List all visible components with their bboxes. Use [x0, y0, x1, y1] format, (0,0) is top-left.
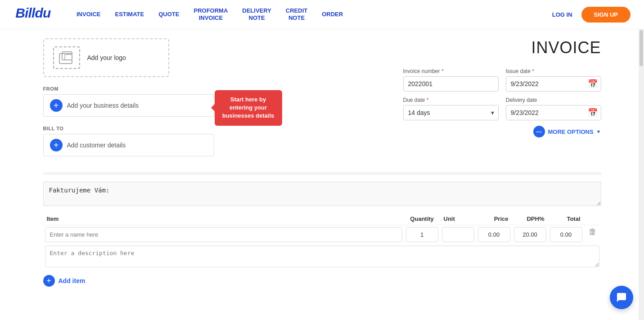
- invoice-number-label: Invoice number *: [403, 68, 499, 74]
- nav-links: INVOICE ESTIMATE QUOTE PROFORMAINVOICE D…: [77, 7, 552, 21]
- bill-to-label: BILL TO: [43, 126, 385, 131]
- item-delete-cell: 🗑: [584, 225, 601, 244]
- add-customer-row[interactable]: + Add customer details: [43, 134, 214, 156]
- more-options-icon: ⋯: [533, 126, 545, 137]
- col-dph: DPH%: [512, 213, 548, 225]
- col-price: Price: [476, 213, 512, 225]
- nav-invoice[interactable]: INVOICE: [77, 11, 100, 18]
- delivery-date-label: Delivery date: [506, 97, 601, 103]
- nav-quote[interactable]: QUOTE: [158, 11, 179, 18]
- issue-date-input[interactable]: [506, 76, 601, 91]
- nav-proforma-invoice[interactable]: PROFORMAINVOICE: [194, 7, 228, 21]
- due-date-label: Due date *: [403, 97, 499, 103]
- nav-delivery-note[interactable]: DELIVERYNOTE: [242, 7, 271, 21]
- table-row: 🗑: [43, 225, 601, 244]
- item-total-input[interactable]: [550, 227, 582, 242]
- item-quantity-cell: [404, 225, 440, 244]
- left-panel: Add your logo FROM + Add your business d…: [43, 38, 403, 156]
- item-price-cell: [476, 225, 512, 244]
- col-total: Total: [548, 213, 584, 225]
- nav-credit-note[interactable]: CREDITNOTE: [286, 7, 307, 21]
- item-unit-cell: [440, 225, 476, 244]
- more-options-label: MORE OPTIONS: [548, 128, 593, 135]
- add-customer-plus[interactable]: +: [50, 139, 63, 151]
- item-dph-cell: [512, 225, 548, 244]
- item-unit-input[interactable]: [442, 227, 474, 242]
- nav-estimate[interactable]: ESTIMATE: [115, 11, 144, 18]
- svg-rect-2: [62, 52, 72, 60]
- item-dph-input[interactable]: [514, 227, 546, 242]
- item-name-cell: [43, 225, 404, 244]
- logo[interactable]: Billdu: [14, 3, 59, 26]
- svg-rect-3: [65, 55, 72, 60]
- item-name-input[interactable]: [45, 227, 402, 242]
- svg-rect-1: [59, 54, 72, 64]
- add-item-plus[interactable]: +: [43, 275, 55, 287]
- memo-textarea[interactable]: Fakturujeme Vám:: [43, 182, 601, 206]
- due-date-select[interactable]: 14 days 7 days 30 days Custom: [403, 105, 499, 120]
- login-link[interactable]: LOG IN: [552, 11, 572, 18]
- tooltip-bubble: Start here by entering your businesses d…: [215, 90, 282, 126]
- more-options-row[interactable]: ⋯ MORE OPTIONS ▼: [403, 126, 601, 137]
- scrollbar-thumb[interactable]: [639, 30, 643, 66]
- item-total-cell: [548, 225, 584, 244]
- invoice-fields-grid: Invoice number * Issue date * 📅: [403, 68, 601, 120]
- divider-2: [43, 174, 601, 174]
- nav-right: LOG IN SIGN UP: [552, 7, 630, 23]
- items-table: Item Quantity Unit Price DPH% Total: [43, 213, 601, 270]
- issue-date-group: Issue date * 📅: [506, 68, 601, 91]
- item-quantity-input[interactable]: [406, 227, 438, 242]
- add-customer-text: Add customer details: [67, 142, 126, 149]
- col-actions: [584, 213, 601, 225]
- nav-order[interactable]: ORDER: [322, 11, 343, 18]
- delivery-date-group: Delivery date 📅: [506, 97, 601, 120]
- item-desc-textarea[interactable]: [45, 246, 599, 267]
- logo-upload-text: Add your logo: [87, 54, 126, 61]
- due-date-group: Due date * 14 days 7 days 30 days Custom: [403, 97, 499, 120]
- delivery-date-input[interactable]: [506, 105, 601, 120]
- invoice-number-group: Invoice number *: [403, 68, 499, 91]
- from-label: FROM: [43, 86, 385, 91]
- main-content: Add your logo FROM + Add your business d…: [30, 29, 615, 165]
- add-business-text: Add your business details: [67, 102, 139, 109]
- add-business-row[interactable]: + Add your business details Start here b…: [43, 94, 214, 117]
- item-desc-cell: [43, 244, 601, 270]
- col-item: Item: [43, 213, 404, 225]
- add-item-label: Add item: [59, 277, 86, 284]
- logo-upload-area[interactable]: Add your logo: [43, 38, 169, 77]
- issue-date-wrap: 📅: [506, 76, 601, 91]
- col-unit: Unit: [440, 213, 476, 225]
- delete-icon[interactable]: 🗑: [586, 224, 599, 239]
- invoice-number-input[interactable]: [403, 76, 499, 91]
- due-date-select-wrap: 14 days 7 days 30 days Custom: [403, 105, 499, 120]
- logo-upload-icon: [53, 46, 80, 69]
- issue-date-label: Issue date *: [506, 68, 601, 74]
- add-item-row[interactable]: + Add item: [43, 275, 601, 287]
- delivery-date-wrap: 📅: [506, 105, 601, 120]
- add-business-plus[interactable]: +: [50, 99, 63, 112]
- more-options-chevron: ▼: [596, 129, 601, 134]
- memo-section: Fakturujeme Vám:: [43, 182, 601, 207]
- divider-1: [43, 173, 601, 173]
- svg-text:Billdu: Billdu: [15, 5, 51, 20]
- right-panel: INVOICE Invoice number * Issue date * 📅: [403, 38, 601, 156]
- col-quantity: Quantity: [404, 213, 440, 225]
- navbar: Billdu INVOICE ESTIMATE QUOTE PROFORMAIN…: [0, 0, 644, 29]
- scrollbar[interactable]: [639, 29, 644, 287]
- invoice-title: INVOICE: [403, 38, 601, 57]
- signup-button[interactable]: SIGN UP: [581, 7, 630, 23]
- item-price-input[interactable]: [478, 227, 510, 242]
- table-description-row: [43, 244, 601, 270]
